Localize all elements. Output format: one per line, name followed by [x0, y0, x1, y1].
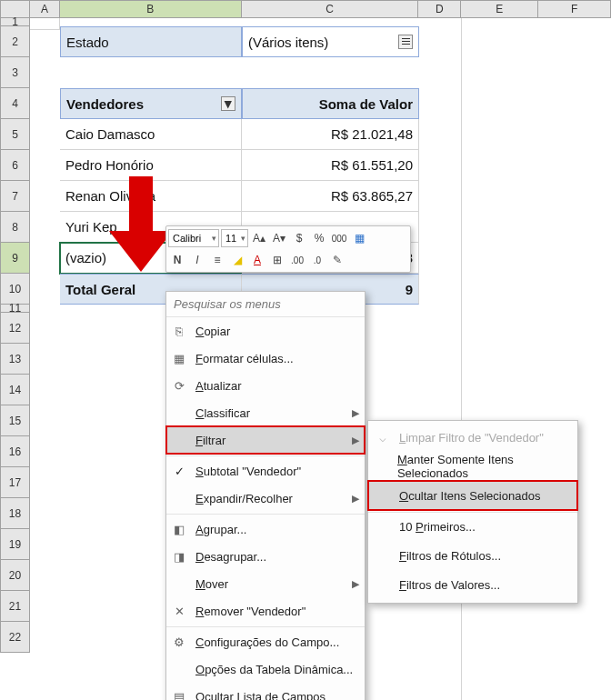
submenu-item-manter-somente-itens-selecionados[interactable]: Manter Somente Itens Selecionados: [368, 452, 577, 481]
row-7[interactable]: 7: [0, 181, 30, 212]
menuitem-filtrar[interactable]: Filtrar▶: [166, 426, 365, 454]
menuitem-label: Classificar: [195, 406, 250, 420]
row-11[interactable]: 11: [0, 305, 30, 313]
menuitem-copiar[interactable]: ⎘Copiar: [166, 317, 365, 345]
comma-format-icon[interactable]: 000: [330, 229, 348, 247]
blank-icon: [374, 575, 392, 594]
menu-item-icon: ⚙: [170, 634, 188, 652]
pivot-col1-header-text: Vendedores: [66, 96, 144, 112]
row-20[interactable]: 20: [0, 560, 30, 591]
accounting-format-icon[interactable]: $: [290, 229, 308, 247]
submenu-item-filtros-de-r-tulos[interactable]: Filtros de Rótulos...: [368, 541, 577, 570]
row-headers: 1 2 3 4 5 6 7 8 9 10 11 12 13 14 15 16 1…: [0, 18, 30, 700]
menuitem-subtotal-vendedor[interactable]: ✓Subtotal "Vendedor": [166, 455, 365, 485]
bold-button[interactable]: N: [168, 251, 186, 269]
menuitem-label: Filtros de Valores...: [399, 578, 500, 592]
menu-item-icon: ◨: [170, 547, 188, 565]
menuitem-label: 10 Primeiros...: [399, 520, 476, 534]
menuitem-remover-vendedor[interactable]: ✕Remover "Vendedor": [166, 597, 365, 625]
submenu-arrow-icon: ▶: [352, 578, 359, 590]
blank-icon: [170, 431, 188, 449]
menuitem-configura-es-do-campo[interactable]: ⚙Configurações do Campo...: [166, 626, 365, 655]
pivot-row-value[interactable]: R$ 61.551,20: [242, 150, 419, 181]
row-22[interactable]: 22: [0, 622, 30, 653]
rowlabel-dropdown-icon[interactable]: ▾: [221, 96, 235, 111]
font-color-icon[interactable]: A: [248, 251, 266, 269]
menuitem-label: Filtros de Rótulos...: [399, 549, 501, 563]
font-selector[interactable]: Calibri: [168, 229, 219, 247]
menuitem-mover[interactable]: Mover▶: [166, 570, 365, 597]
menuitem-label: Formatar células...: [195, 352, 294, 365]
mini-toolbar[interactable]: Calibri 11 A▴ A▾ $ % 000 ▦ N I ≡ ◢ A ⊞ .…: [165, 225, 411, 273]
pivot-row-value[interactable]: R$ 63.865,27: [242, 181, 419, 212]
increase-font-icon[interactable]: A▴: [250, 229, 268, 247]
align-icon[interactable]: ≡: [208, 251, 226, 269]
row-15[interactable]: 15: [0, 405, 30, 436]
row-6[interactable]: 6: [0, 150, 30, 181]
percent-format-icon[interactable]: %: [310, 229, 328, 247]
menuitem-desagrupar[interactable]: ◨Desagrupar...: [166, 543, 365, 570]
menu-search[interactable]: Pesquisar os menus: [166, 292, 365, 317]
italic-button[interactable]: I: [188, 251, 206, 269]
decrease-font-icon[interactable]: A▾: [270, 229, 288, 247]
pivot-filter-value[interactable]: (Vários itens): [242, 26, 419, 57]
menuitem-ocultar-lista-de-campos[interactable]: ▤Ocultar Lista de Campos: [166, 683, 365, 700]
col-B[interactable]: B: [60, 0, 242, 18]
blank-icon: [170, 404, 188, 422]
menuitem-formatar-c-lulas[interactable]: ▦Formatar células...: [166, 345, 365, 372]
menuitem-label: Mover: [195, 577, 228, 591]
col-D[interactable]: D: [418, 0, 461, 18]
menuitem-op-es-da-tabela-din-mica[interactable]: Opções da Tabela Dinâmica...: [166, 655, 365, 683]
field-list-icon[interactable]: ▦: [350, 229, 368, 247]
menuitem-agrupar[interactable]: ◧Agrupar...: [166, 514, 365, 543]
row-12[interactable]: 12: [0, 313, 30, 344]
fontsize-selector[interactable]: 11: [221, 229, 248, 247]
row-17[interactable]: 17: [0, 467, 30, 498]
row-14[interactable]: 14: [0, 375, 30, 405]
pivot-row-name[interactable]: Pedro Honório: [60, 150, 242, 181]
col-C[interactable]: C: [242, 0, 419, 18]
decrease-decimal-icon[interactable]: .0: [308, 251, 326, 269]
pivot-row-value[interactable]: R$ 21.021,48: [242, 119, 419, 150]
row-5[interactable]: 5: [0, 119, 30, 150]
row-19[interactable]: 19: [0, 529, 30, 560]
row-9[interactable]: 9: [0, 243, 30, 274]
submenu-item-ocultar-itens-selecionados[interactable]: Ocultar Itens Selecionados: [368, 481, 577, 510]
col-F[interactable]: F: [538, 0, 611, 18]
row-4[interactable]: 4: [0, 88, 30, 119]
fill-color-icon[interactable]: ◢: [228, 251, 246, 269]
pivot-row-name[interactable]: Renan Oliveira: [60, 181, 242, 212]
filter-dropdown-icon[interactable]: [398, 35, 413, 49]
menuitem-atualizar[interactable]: ⟳Atualizar: [166, 372, 365, 399]
menuitem-label: Expandir/Recolher: [195, 492, 293, 505]
row-1[interactable]: 1: [0, 18, 30, 26]
blank-icon: [170, 660, 188, 678]
pivot-row-name[interactable]: Caio Damasco: [60, 119, 242, 150]
row-16[interactable]: 16: [0, 436, 30, 467]
menuitem-classificar[interactable]: Classificar▶: [166, 399, 365, 426]
menuitem-label: Ocultar Itens Selecionados: [399, 489, 540, 503]
cell-A1[interactable]: [30, 18, 60, 30]
row-8[interactable]: 8: [0, 212, 30, 243]
submenu-item-primeiros[interactable]: 10 Primeiros...: [368, 512, 577, 541]
borders-icon[interactable]: ⊞: [268, 251, 286, 269]
menuitem-expandir-recolher[interactable]: Expandir/Recolher▶: [166, 485, 365, 512]
row-2[interactable]: 2: [0, 26, 30, 57]
format-painter-icon[interactable]: ✎: [328, 251, 346, 269]
row-18[interactable]: 18: [0, 498, 30, 529]
col-A[interactable]: A: [30, 0, 60, 18]
filter-icon: ⌵: [374, 428, 392, 446]
col-E[interactable]: E: [461, 0, 538, 18]
pivot-filter-label[interactable]: Estado: [60, 26, 242, 57]
pivot-col1-header[interactable]: Vendedores ▾: [60, 88, 242, 119]
pivot-filter-text: (Vários itens): [248, 35, 328, 50]
row-10[interactable]: 10: [0, 274, 30, 305]
submenu-arrow-icon: ▶: [352, 435, 359, 446]
blank-icon: [170, 575, 188, 593]
submenu-item-filtros-de-valores[interactable]: Filtros de Valores...: [368, 570, 577, 599]
row-13[interactable]: 13: [0, 344, 30, 375]
row-3[interactable]: 3: [0, 57, 30, 88]
increase-decimal-icon[interactable]: .00: [288, 251, 306, 269]
pivot-col2-header[interactable]: Soma de Valor: [242, 88, 419, 119]
row-21[interactable]: 21: [0, 591, 30, 622]
